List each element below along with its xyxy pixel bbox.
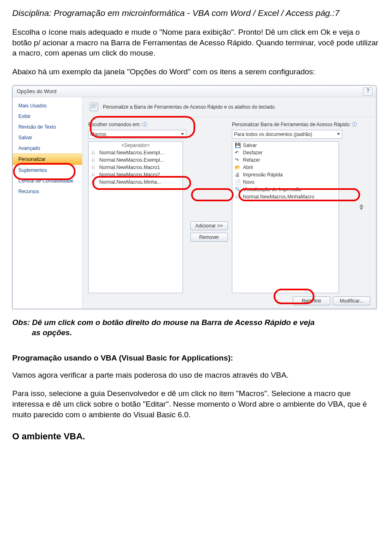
list-item[interactable]: 🔍Visualização de Impressão (232, 186, 339, 193)
qat-list[interactable]: 💾Salvar ↶Desfazer ↷Refazer 📂Abrir 🖨Impre… (232, 141, 339, 293)
sidebar-item-personalizar[interactable]: Personalizar (13, 154, 82, 165)
svg-rect-1 (91, 105, 97, 106)
remove-button[interactable]: Remover (190, 233, 228, 242)
right-column: Personalizar Barra de Ferramentas de Ace… (232, 121, 357, 293)
list-separator[interactable]: <Separador> (89, 142, 183, 149)
dialog-screenshot: Opções do Word ? Mais Usados Exibir Revi… (12, 85, 380, 309)
list-item-macro[interactable]: ♘Normal.NewMacros.MinhaMacro (232, 193, 339, 200)
dropdown-value: Para todos os documentos (padrão) (234, 131, 312, 137)
sidebar-item-recursos[interactable]: Recursos (13, 186, 82, 197)
list-item[interactable]: ♘Normal.NewMacros.Macro2 (89, 171, 183, 178)
scope-dropdown[interactable]: Para todos os documentos (padrão) (232, 130, 342, 139)
intro-paragraph-1: Escolha o ícone mais adequado e mude o "… (12, 27, 380, 58)
chevron-down-icon (181, 133, 184, 135)
customize-qat-label: Personalizar Barra de Ferramentas de Ace… (232, 121, 357, 128)
list-item[interactable]: ↷Refazer (232, 156, 339, 164)
choose-commands-dropdown[interactable]: Macros (88, 130, 186, 139)
list-item[interactable]: ↶Desfazer (232, 149, 339, 156)
section-heading-vba: Programação usando o VBA (Visual Basic f… (12, 354, 380, 363)
modify-button[interactable]: Modificar... (333, 296, 370, 305)
sidebar-item-mais-usados[interactable]: Mais Usados (13, 100, 82, 111)
main-heading-text: Personalize a Barra de Ferramentas de Ac… (103, 104, 276, 110)
list-item[interactable]: ♘Normal.NewMacros.Exempl... (89, 156, 183, 164)
new-icon: 📄 (235, 179, 241, 185)
add-button[interactable]: Adicionar >> (190, 221, 228, 230)
list-item[interactable]: 🖨Impressão Rápida (232, 171, 339, 178)
options-sidebar: Mais Usados Exibir Revisão de Texto Salv… (13, 97, 82, 309)
dialog-title-text: Opções do Word (17, 88, 56, 94)
list-item[interactable]: 💾Salvar (232, 142, 339, 149)
list-item[interactable]: ♘Normal.NewMacros.Macro1 (89, 164, 183, 171)
move-up-icon[interactable] (359, 204, 363, 207)
open-icon: 📂 (235, 165, 241, 170)
macro-icon: ♘ (91, 165, 97, 170)
preview-icon: 🔍 (235, 187, 241, 192)
section-heading-ambiente: O ambiente VBA. (12, 431, 380, 442)
choose-commands-label: Escolher comandos em: ⓘ (88, 121, 186, 128)
list-item[interactable]: ♘Normal.NewMacros.Exempl... (89, 149, 183, 156)
macro-icon: ♘ (91, 179, 97, 185)
main-heading-row: Personalize a Barra de Ferramentas de Ac… (82, 97, 376, 117)
body-paragraph-3: Vamos agora verificar a parte mais poder… (12, 370, 380, 381)
macro-icon: ♘ (91, 150, 97, 156)
sidebar-item-avancado[interactable]: Avançado (13, 143, 82, 154)
sidebar-item-salvar[interactable]: Salvar (13, 132, 82, 143)
reorder-spinner[interactable] (359, 204, 363, 210)
list-item[interactable]: 📄Novo (232, 178, 339, 186)
word-options-dialog: Opções do Word ? Mais Usados Exibir Revi… (12, 85, 376, 309)
middle-buttons: Adicionar >> Remover (190, 121, 228, 293)
macro-icon: ♘ (91, 157, 97, 163)
left-column: Escolher comandos em: ⓘ Macros <Separado… (88, 121, 186, 293)
reset-button[interactable]: Redefinir (293, 296, 330, 305)
list-item[interactable]: 📂Abrir (232, 164, 339, 171)
sidebar-item-revisao[interactable]: Revisão de Texto (13, 122, 82, 132)
sidebar-item-suplementos[interactable]: Suplementos (13, 165, 82, 176)
svg-rect-2 (91, 107, 95, 108)
macro-icon: ♘ (235, 194, 241, 200)
list-item-selected[interactable]: ♘Normal.NewMacros.Minha... (89, 178, 183, 186)
move-down-icon[interactable] (359, 207, 363, 210)
page-header: Disciplina: Programação em microinformát… (12, 8, 380, 18)
sidebar-item-exibir[interactable]: Exibir (13, 111, 82, 122)
intro-paragraph-2: Abaixo há um exemplo da janela "Opções d… (12, 67, 380, 77)
macro-icon: ♘ (91, 172, 97, 178)
print-icon: 🖨 (235, 172, 241, 178)
save-icon: 💾 (235, 142, 241, 148)
body-paragraph-4: Para isso, selecione a guia Desenvolvedo… (12, 388, 380, 420)
customize-icon (88, 101, 100, 113)
help-button[interactable]: ? (363, 87, 373, 96)
redo-icon: ↷ (235, 157, 241, 163)
dropdown-value: Macros (90, 131, 106, 137)
bottom-button-row: Redefinir Modificar... (82, 293, 376, 309)
sidebar-item-confiabilidade[interactable]: Central de Confiabilidade (13, 176, 82, 186)
chevron-down-icon (337, 133, 340, 135)
undo-icon: ↶ (235, 150, 241, 156)
dialog-titlebar: Opções do Word ? (13, 86, 376, 97)
obs-note: Obs: Dê um click com o botão direito do … (12, 317, 380, 338)
commands-list[interactable]: <Separador> ♘Normal.NewMacros.Exempl... … (88, 141, 183, 293)
